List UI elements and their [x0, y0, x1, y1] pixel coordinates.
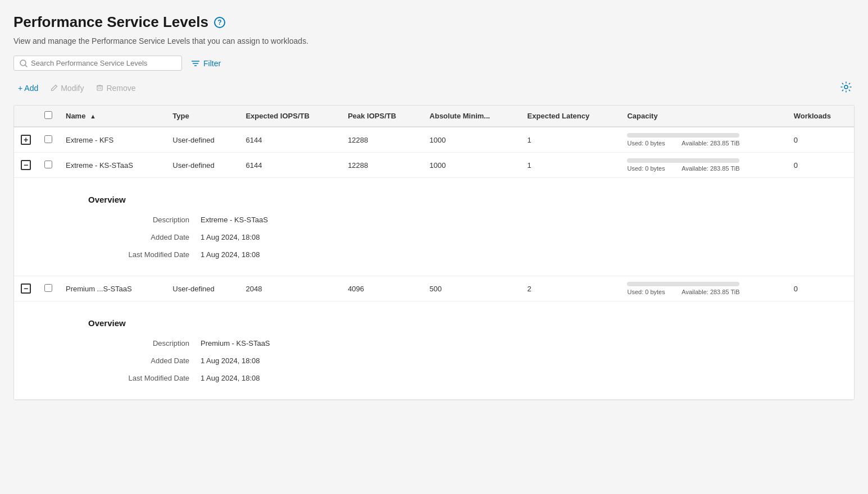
row-name: Extreme - KFS	[59, 127, 166, 153]
svg-point-9	[844, 85, 848, 89]
overview-cell: Overview Description Premium - KS-STaaS …	[14, 301, 854, 400]
capacity-available: Available: 283.85 TiB	[681, 289, 739, 295]
th-expand	[14, 106, 38, 127]
overview-grid: Description Extreme - KS-STaaS Added Dat…	[88, 216, 425, 259]
last-modified-value: 1 Aug 2024, 18:08	[201, 374, 425, 382]
page-title-row: Performance Service Levels ?	[13, 13, 855, 31]
gear-icon	[840, 81, 852, 93]
row-expected-iops: 6144	[239, 153, 341, 178]
added-date-label: Added Date	[88, 233, 201, 241]
capacity-used: Used: 0 bytes	[627, 165, 665, 172]
row-peak-iops: 12288	[341, 127, 422, 153]
last-modified-label: Last Modified Date	[88, 250, 201, 259]
table-header-row: Name ▲ Type Expected IOPS/TB Peak IOPS/T…	[14, 106, 854, 127]
svg-line-1	[25, 65, 27, 67]
description-label: Description	[88, 216, 201, 224]
description-value: Premium - KS-STaaS	[201, 339, 425, 347]
row-absolute-min: 1000	[423, 127, 521, 153]
expand-cell[interactable]: +	[14, 127, 38, 153]
th-absolute-min: Absolute Minim...	[423, 106, 521, 127]
row-expected-latency: 2	[521, 276, 621, 301]
row-expected-latency: 1	[521, 153, 621, 178]
overview-title: Overview	[88, 195, 825, 204]
th-capacity: Capacity	[620, 106, 787, 127]
row-workloads: 0	[787, 153, 854, 178]
overview-cell: Overview Description Extreme - KS-STaaS …	[14, 178, 854, 276]
search-icon	[20, 60, 28, 67]
added-date-label: Added Date	[88, 356, 201, 365]
table-row: − Premium ...S-STaaS User-defined 2048 4…	[14, 276, 854, 301]
page-subtitle: View and manage the Performance Service …	[13, 36, 855, 45]
actions-left: + Add Modify Remove	[13, 81, 140, 95]
capacity-used: Used: 0 bytes	[627, 140, 665, 147]
capacity-available: Available: 283.85 TiB	[681, 165, 739, 172]
row-absolute-min: 500	[423, 276, 521, 301]
row-checkbox-cell[interactable]	[38, 127, 59, 153]
th-expected-iops: Expected IOPS/TB	[239, 106, 341, 127]
row-checkbox-cell[interactable]	[38, 276, 59, 301]
th-checkbox	[38, 106, 59, 127]
last-modified-value: 1 Aug 2024, 18:08	[201, 250, 425, 259]
trash-icon	[96, 84, 103, 92]
row-type: User-defined	[166, 127, 239, 153]
overview-grid: Description Premium - KS-STaaS Added Dat…	[88, 339, 425, 382]
row-name: Premium ...S-STaaS	[59, 276, 166, 301]
row-capacity: Used: 0 bytes Available: 283.85 TiB	[620, 127, 787, 153]
filter-icon	[191, 60, 200, 67]
th-expected-latency: Expected Latency	[521, 106, 621, 127]
th-name[interactable]: Name ▲	[59, 106, 166, 127]
sort-arrow-name: ▲	[90, 113, 96, 120]
overview-row: Overview Description Premium - KS-STaaS …	[14, 301, 854, 400]
th-workloads: Workloads	[787, 106, 854, 127]
capacity-used: Used: 0 bytes	[627, 289, 665, 295]
row-expected-latency: 1	[521, 127, 621, 153]
th-type: Type	[166, 106, 239, 127]
description-label: Description	[88, 339, 201, 347]
settings-button[interactable]	[838, 79, 855, 97]
row-checkbox[interactable]	[44, 161, 52, 168]
add-button[interactable]: + Add	[13, 81, 43, 95]
search-box[interactable]	[13, 56, 182, 71]
search-input[interactable]	[31, 59, 176, 67]
row-peak-iops: 4096	[341, 276, 422, 301]
toolbar-row: Filter	[13, 56, 855, 71]
expand-button[interactable]: +	[21, 135, 31, 145]
modify-button[interactable]: Modify	[46, 81, 88, 95]
table-row: + Extreme - KFS User-defined 6144 12288 …	[14, 127, 854, 153]
th-peak-iops: Peak IOPS/TB	[341, 106, 422, 127]
row-expected-iops: 6144	[239, 127, 341, 153]
row-type: User-defined	[166, 153, 239, 178]
filter-button[interactable]: Filter	[191, 59, 221, 68]
last-modified-label: Last Modified Date	[88, 374, 201, 382]
pencil-icon	[51, 84, 58, 92]
row-expected-iops: 2048	[239, 276, 341, 301]
select-all-checkbox[interactable]	[44, 111, 52, 119]
capacity-available: Available: 283.85 TiB	[681, 140, 739, 147]
help-icon[interactable]: ?	[214, 17, 225, 28]
expand-cell[interactable]: −	[14, 276, 38, 301]
row-workloads: 0	[787, 276, 854, 301]
data-table: Name ▲ Type Expected IOPS/TB Peak IOPS/T…	[13, 105, 855, 400]
row-checkbox[interactable]	[44, 135, 52, 143]
row-checkbox[interactable]	[44, 284, 52, 292]
remove-button[interactable]: Remove	[92, 81, 140, 95]
expand-cell[interactable]: −	[14, 153, 38, 178]
added-date-value: 1 Aug 2024, 18:08	[201, 233, 425, 241]
row-name: Extreme - KS-STaaS	[59, 153, 166, 178]
added-date-value: 1 Aug 2024, 18:08	[201, 356, 425, 365]
overview-section: Overview Description Premium - KS-STaaS …	[21, 307, 847, 394]
row-peak-iops: 12288	[341, 153, 422, 178]
overview-section: Overview Description Extreme - KS-STaaS …	[21, 184, 847, 270]
table-row: − Extreme - KS-STaaS User-defined 6144 1…	[14, 153, 854, 178]
row-checkbox-cell[interactable]	[38, 153, 59, 178]
description-value: Extreme - KS-STaaS	[201, 216, 425, 224]
row-capacity: Used: 0 bytes Available: 283.85 TiB	[620, 276, 787, 301]
overview-row: Overview Description Extreme - KS-STaaS …	[14, 178, 854, 276]
collapse-button[interactable]: −	[21, 283, 31, 294]
row-type: User-defined	[166, 276, 239, 301]
collapse-button[interactable]: −	[21, 160, 31, 170]
row-workloads: 0	[787, 127, 854, 153]
row-absolute-min: 1000	[423, 153, 521, 178]
overview-title: Overview	[88, 318, 825, 328]
svg-rect-5	[97, 86, 102, 90]
